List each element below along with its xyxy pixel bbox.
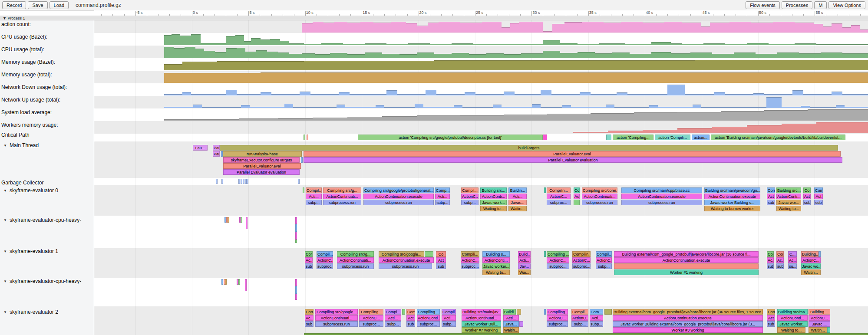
slice[interactable]: Acti... [385,315,401,321]
slice[interactable]: ActionConti... [776,194,801,199]
slice[interactable]: Javac worker Building s... [704,200,760,205]
slice[interactable]: subp... [571,321,588,327]
slice[interactable]: ParallelEvaluator.eval [223,163,301,169]
slice-sliver[interactable] [295,240,297,243]
slice[interactable]: ActionC... [596,257,612,263]
slice[interactable]: subproc... [317,263,333,269]
slice[interactable]: Act [574,194,580,199]
slice[interactable]: ActionConti... [480,194,507,199]
slice[interactable]: ActionC... [359,315,383,321]
slice[interactable]: Ac... [767,257,774,263]
slice[interactable]: Waiting to borrow worker [704,206,760,211]
slice[interactable]: Compiling src/g... [337,251,374,257]
slice[interactable]: Acti... [442,315,456,321]
slice-sliver[interactable] [295,217,297,224]
slice[interactable]: Building src/main/jav... [462,309,501,315]
slice[interactable]: Compiling src/g... [323,187,361,193]
slice-sliver[interactable] [295,279,297,286]
slice-sliver[interactable] [295,232,297,240]
slice[interactable]: Worker #7 working [462,327,501,333]
save-button[interactable]: Save [28,1,47,9]
slice[interactable]: sub [776,263,784,269]
slice[interactable]: Java... [503,321,519,327]
slice[interactable]: subprocess.run [315,321,358,327]
slice-sliver[interactable] [517,309,521,315]
slice[interactable]: Act [767,194,775,199]
slice-sliver[interactable] [574,200,580,205]
track-label-skyframe-evaluator-cpu-heavy-[interactable]: ▼skyframe-evaluator-cpu-heavy- [3,278,81,284]
slice-sliver[interactable] [245,279,247,291]
slice[interactable]: ActionContinuati... [323,194,361,199]
collapse-arrow-icon[interactable]: ▼ [3,218,7,222]
slice[interactable]: Compilin... [572,251,591,257]
slice[interactable]: Build... [518,251,531,257]
slice-sliver[interactable] [543,135,547,140]
slice[interactable]: ActionC... [809,315,830,321]
slice-sliver[interactable] [544,309,546,315]
slice-sliver[interactable] [221,279,223,285]
slice-sliver[interactable] [425,251,433,257]
timeline-ruler[interactable]: -5 s0 s5 s10 s15 s20 s25 s30 s35 s40 s45… [94,10,868,16]
slice[interactable]: su... [788,263,797,269]
track-label-skyframe-evaluator-0[interactable]: ▼skyframe-evaluator 0 [3,187,58,194]
slice[interactable]: Compil... [306,187,322,193]
view-options-button[interactable]: View Options [828,1,865,9]
slice[interactable]: Jav... [518,263,531,269]
slice[interactable]: ActionC... [317,257,333,263]
slice[interactable]: ActionC... [461,194,479,199]
slice-sliver[interactable] [246,217,248,229]
slice[interactable]: Compil... [596,251,612,257]
slice[interactable]: Waiting to... [480,206,507,211]
slice[interactable]: Compil... [461,187,479,193]
slice[interactable]: Building src... [776,187,801,193]
slice[interactable]: ActionContinuation.execute [379,257,434,263]
slice[interactable]: Building ... [809,309,830,315]
slice[interactable]: subp... [442,321,456,327]
slice[interactable]: Act [803,194,811,199]
slice[interactable]: subp... [385,321,401,327]
process-header[interactable]: ▼ Process 1 [0,16,868,20]
slice[interactable]: sub [803,200,811,205]
slice[interactable]: Act [436,257,446,263]
slice[interactable]: sub [767,263,774,269]
slice[interactable]: Worker #1 working [614,269,759,275]
slice[interactable]: Act [406,315,415,321]
slice[interactable]: Act [814,194,823,199]
slice[interactable]: Com [767,187,775,193]
slice[interactable]: Wai... [518,269,531,275]
load-button[interactable]: Load [50,1,69,9]
slice[interactable]: subproc... [359,321,383,327]
slice-sliver[interactable] [544,251,546,257]
track-area[interactable]: action 'Compiling src/google/protobuf/de… [0,20,868,335]
slice[interactable]: Compiling src/main/cpp/blaze.cc [621,187,702,193]
slice-sliver[interactable] [606,135,611,140]
track-label-skyframe-evaluator-cpu-heavy-[interactable]: ▼skyframe-evaluator-cpu-heavy- [3,217,81,223]
slice[interactable]: Ac... [788,257,797,263]
slice[interactable]: Acti... [518,257,531,263]
slice[interactable]: ActionContinuati... [582,194,617,199]
slice[interactable]: subproc... [461,263,479,269]
slice-sliver[interactable] [238,279,240,285]
slice-sliver[interactable] [295,224,297,232]
slice[interactable]: Ac... [305,315,314,321]
metadata-button[interactable]: M [814,1,827,9]
slice[interactable]: subp... [306,200,322,205]
slice[interactable]: Building src... [480,187,507,193]
slice[interactable]: ActionC... [547,315,568,321]
slice[interactable]: Acti... [508,194,527,199]
slice[interactable]: subproc... [572,263,591,269]
slice[interactable]: subprocess.run [337,263,374,269]
slice[interactable]: action 'Building src/main/java/com/googl… [711,135,845,140]
slice[interactable]: ActionConti... [777,315,808,321]
slice[interactable]: subproc... [417,321,440,327]
slice[interactable]: Compil... [571,309,588,315]
slice[interactable]: subp... [590,321,603,327]
slice[interactable]: Javac wo... [801,263,821,269]
slice[interactable]: ActionC... [571,315,588,321]
slice[interactable]: ActionContinuati... [337,257,374,263]
collapse-arrow-icon[interactable]: ▼ [3,310,7,314]
slice[interactable]: ActionContinuati... [462,315,501,321]
slice[interactable]: subprocess.run [323,200,361,205]
slice[interactable]: Lau... [193,145,208,151]
record-button[interactable]: Record [2,1,26,9]
